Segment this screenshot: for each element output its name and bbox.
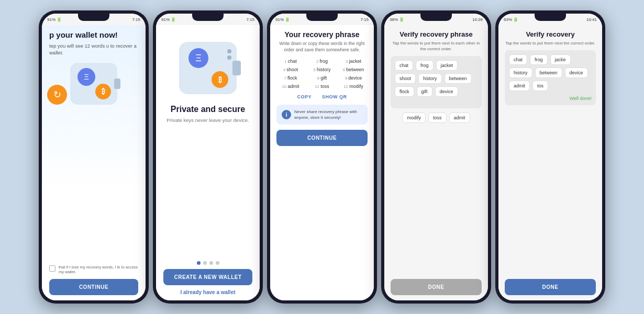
phone2-dots bbox=[197, 261, 219, 265]
available-word-toss[interactable]: toss bbox=[428, 113, 447, 123]
phone2-time: 7:15 bbox=[246, 17, 254, 22]
info-icon: i bbox=[282, 110, 291, 119]
phone3-continue-btn[interactable]: CONTINUE bbox=[276, 130, 368, 146]
phone4-title: Verify recovery phrase bbox=[391, 30, 482, 38]
phone1-wrapper: 91% 🔋 7:15 p your wallet now! tep you wi… bbox=[39, 10, 149, 304]
available-word-modify[interactable]: modify bbox=[402, 113, 426, 123]
phone1-time: 7:15 bbox=[132, 17, 140, 22]
phone2-content: Ξ ₿ Private and secure Private keys neve… bbox=[156, 25, 260, 300]
word-12: 12 modify bbox=[339, 84, 368, 89]
copy-btn[interactable]: COPY bbox=[297, 94, 312, 99]
word-10: 10 admit bbox=[276, 84, 305, 89]
selected-word-device[interactable]: device bbox=[435, 86, 458, 97]
warning-text: Never share recovery phrase with anyone,… bbox=[294, 109, 362, 120]
phone3-time: 7:15 bbox=[360, 17, 369, 22]
phone4-signal: 38% 🔋 bbox=[390, 17, 404, 22]
phone3-signal: 91% 🔋 bbox=[275, 17, 290, 22]
word-1: 1 chat bbox=[276, 59, 305, 64]
phone1-checkbox[interactable] bbox=[49, 265, 55, 272]
phrase-grid: 1 chat 2 frog 3 jacket 4 shoot 5 history… bbox=[276, 59, 368, 89]
phone4-notch bbox=[420, 14, 452, 21]
phone1-desc: tep you will see 12 words u to recover a… bbox=[49, 42, 138, 57]
selected-word-history[interactable]: history bbox=[418, 73, 442, 84]
phone4-screen: 38% 🔋 10:26 Verify recovery phrase Tap t… bbox=[384, 14, 488, 300]
selected-word-jacket[interactable]: jacket bbox=[436, 60, 458, 71]
phone5-subtitle: Tap the words to put them next the corre… bbox=[505, 40, 596, 46]
phone5: 63% 🔋 10:41 Verify recovery Tap the word… bbox=[495, 10, 605, 304]
word-7: 7 flock bbox=[276, 75, 305, 81]
phone1-continue-btn[interactable]: CONTINUE bbox=[49, 279, 138, 295]
p5-word-between[interactable]: between bbox=[535, 68, 562, 78]
selected-word-chat[interactable]: chat bbox=[395, 60, 413, 71]
p5-word-admit[interactable]: admit bbox=[509, 81, 530, 91]
phone5-title: Verify recovery bbox=[505, 30, 596, 38]
p5-word-history[interactable]: history bbox=[509, 68, 532, 78]
phone1-signal: 91% 🔋 bbox=[47, 17, 62, 22]
well-done-text: Well done! bbox=[509, 96, 592, 101]
word-6: 6 between bbox=[339, 67, 368, 72]
phone3-notch bbox=[306, 14, 338, 21]
p5-word-jacke[interactable]: jacke bbox=[550, 54, 571, 65]
phone4-content: Verify recovery phrase Tap the words to … bbox=[384, 25, 488, 300]
phone3-wrapper: 91% 🔋 7:15 Your recovery phrase Write do… bbox=[267, 10, 377, 304]
show-qr-btn[interactable]: SHOW QR bbox=[322, 94, 347, 99]
p5-word-frog[interactable]: frog bbox=[530, 54, 548, 65]
dot3 bbox=[209, 261, 213, 265]
phone5-content: Verify recovery Tap the words to put the… bbox=[498, 25, 602, 300]
phone3-subtitle: Write down or copy these words in the ri… bbox=[276, 41, 368, 53]
phone2-desc: Private keys never leave your device. bbox=[166, 117, 249, 123]
phone4-wrapper: 38% 🔋 10:26 Verify recovery phrase Tap t… bbox=[381, 10, 491, 304]
phrase-actions: COPY SHOW QR bbox=[276, 94, 368, 99]
phone5-wrapper: 63% 🔋 10:41 Verify recovery Tap the word… bbox=[495, 10, 605, 304]
phone5-signal: 63% 🔋 bbox=[504, 17, 518, 22]
eth-icon: Ξ bbox=[77, 68, 95, 86]
available-words: modify toss admit bbox=[391, 113, 482, 123]
phone1-checkbox-text: that if I lose my recovery words, I le t… bbox=[59, 265, 138, 275]
phone2-screen: 91% 🔋 7:15 Ξ ₿ bbox=[156, 14, 260, 300]
phone4-done-btn[interactable]: DONE bbox=[391, 279, 482, 295]
phone4-time: 10:26 bbox=[472, 17, 483, 22]
phone2-wrapper: 91% 🔋 7:15 Ξ ₿ bbox=[153, 10, 263, 304]
selected-word-shoot[interactable]: shoot bbox=[395, 73, 416, 84]
word-11: 11 toss bbox=[308, 84, 336, 89]
phone3-title: Your recovery phrase bbox=[276, 30, 368, 39]
phone2-safe-handle bbox=[232, 61, 241, 75]
phone2-safe-dots bbox=[227, 49, 231, 60]
p5-word-device[interactable]: device bbox=[565, 68, 588, 78]
selected-word-gift[interactable]: gift bbox=[417, 86, 432, 97]
phone2-notch bbox=[192, 14, 224, 21]
word-8: 8 gift bbox=[308, 75, 336, 81]
selected-word-frog[interactable]: frog bbox=[416, 60, 434, 71]
word-4: 4 shoot bbox=[276, 67, 305, 72]
phone1-illustration: Ξ ₿ ↻ bbox=[49, 63, 138, 105]
word-2: 2 frog bbox=[308, 59, 336, 64]
phone1: 91% 🔋 7:15 p your wallet now! tep you wi… bbox=[39, 10, 149, 304]
word-5: 5 history bbox=[308, 67, 336, 72]
word-3: 3 jacket bbox=[339, 59, 368, 64]
dot2 bbox=[203, 261, 207, 265]
dot1 bbox=[197, 261, 201, 265]
safe-handle bbox=[114, 78, 120, 89]
phone5-time: 10:41 bbox=[586, 17, 597, 22]
phone2-title: Private and secure bbox=[171, 105, 245, 114]
phone2-illustration: Ξ ₿ bbox=[179, 42, 237, 94]
phone2-btc-icon: ₿ bbox=[212, 71, 228, 88]
phone5-done-btn[interactable]: DONE bbox=[505, 279, 596, 295]
word-selection-area: chat frog jacket shoot history between f… bbox=[391, 56, 482, 108]
phone3-screen: 91% 🔋 7:15 Your recovery phrase Write do… bbox=[270, 14, 374, 300]
selected-word-between[interactable]: between bbox=[445, 73, 472, 84]
available-word-admit[interactable]: admit bbox=[449, 113, 470, 123]
phone4: 38% 🔋 10:26 Verify recovery phrase Tap t… bbox=[381, 10, 491, 304]
phone3-content: Your recovery phrase Write down or copy … bbox=[270, 25, 374, 300]
phone5-screen: 63% 🔋 10:41 Verify recovery Tap the word… bbox=[498, 14, 602, 300]
phone3: 91% 🔋 7:15 Your recovery phrase Write do… bbox=[267, 10, 377, 304]
phone4-subtitle: Tap the words to put them next to each o… bbox=[391, 40, 482, 52]
p5-word-chat[interactable]: chat bbox=[509, 54, 527, 65]
phone1-screen: 91% 🔋 7:15 p your wallet now! tep you wi… bbox=[42, 14, 146, 300]
selected-word-flock[interactable]: flock bbox=[395, 86, 414, 97]
phone2-eth-icon: Ξ bbox=[188, 48, 208, 68]
phone1-checkbox-row: that if I lose my recovery words, I le t… bbox=[49, 265, 138, 275]
phone2-already-btn[interactable]: I already have a wallet bbox=[180, 289, 235, 295]
phone2-create-btn[interactable]: CREATE A NEW WALLET bbox=[163, 269, 252, 285]
p5-word-tos[interactable]: tos bbox=[532, 81, 548, 91]
